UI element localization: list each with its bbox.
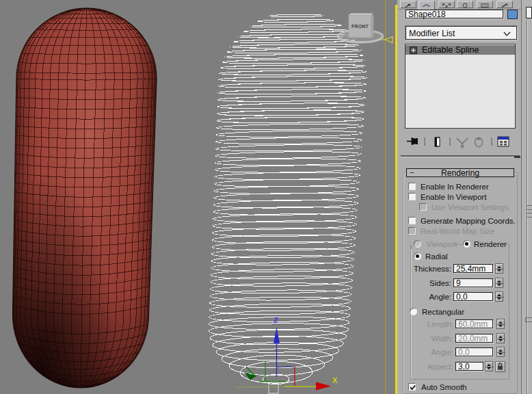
svg-text:Z: Z	[274, 316, 278, 324]
svg-text:FRONT: FRONT	[351, 24, 369, 29]
svg-text:X: X	[332, 376, 338, 384]
